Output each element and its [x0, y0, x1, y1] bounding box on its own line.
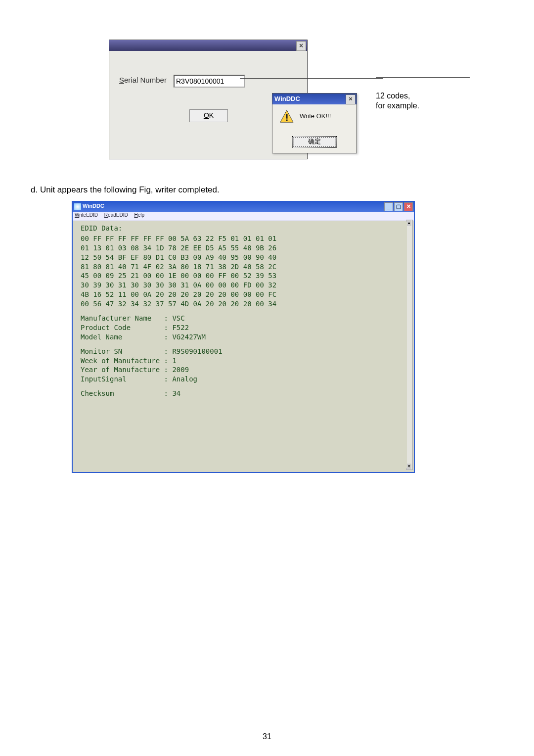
menubar: WriteEDID ReadEDID Help	[73, 212, 414, 221]
paragraph-d: d. Unit appears the following Fig, write…	[31, 185, 220, 195]
info-row: Week of Manufacture : 1	[81, 356, 407, 366]
callout-divider	[376, 77, 470, 78]
edid-row: 01 13 01 03 08 34 1D 78 2E EE D5 A5 55 4…	[81, 243, 407, 253]
menu-readedid[interactable]: ReadEDID	[104, 212, 128, 218]
msgbox-title: WinDDC ×	[272, 94, 356, 104]
menu-help[interactable]: Help	[134, 212, 144, 218]
leader-line	[240, 78, 383, 79]
serial-label: Serial Number	[119, 76, 167, 84]
close-icon[interactable]: ×	[346, 94, 356, 104]
menu-writeedid[interactable]: WriteEDID	[75, 212, 98, 218]
info-row: InputSignal : Analog	[81, 375, 407, 384]
info-row: Year of Manufacture : 2009	[81, 365, 407, 375]
edid-row: 00 56 47 32 34 32 37 57 4D 0A 20 20 20 2…	[81, 299, 407, 309]
svg-rect-2	[286, 120, 287, 121]
edid-row: 30 39 30 31 30 30 30 30 31 0A 00 00 00 F…	[81, 281, 407, 290]
maximize-icon[interactable]: ▢	[394, 202, 403, 211]
edid-header: EDID Data:	[81, 224, 407, 233]
info-row: Manufacturer Name : VSC	[81, 314, 407, 323]
minimize-icon[interactable]: _	[384, 202, 393, 211]
callout-12-codes: 12 codes, for example.	[376, 91, 455, 111]
scrollbar[interactable]: ▴ ▾	[406, 220, 413, 470]
winddc-window: WinDDC _ ▢ ✕ WriteEDID ReadEDID Help ▴ ▾…	[72, 201, 415, 473]
msgbox-title-text: WinDDC	[274, 95, 300, 102]
edid-row: 81 80 81 40 71 4F 02 3A 80 18 71 38 2D 4…	[81, 262, 407, 272]
scroll-up-icon[interactable]: ▴	[406, 220, 411, 226]
app-icon	[74, 203, 81, 210]
edid-row: 00 FF FF FF FF FF FF 00 5A 63 22 F5 01 0…	[81, 234, 407, 243]
scroll-down-icon[interactable]: ▾	[406, 464, 411, 470]
info-row: Product Code : F522	[81, 323, 407, 332]
info-row: Checksum : 34	[81, 389, 407, 398]
window-buttons: _ ▢ ✕	[384, 202, 413, 211]
edid-row: 12 50 54 BF EF 80 D1 C0 B3 00 A9 40 95 0…	[81, 253, 407, 262]
edid-content: EDID Data: 00 FF FF FF FF FF FF 00 5A 63…	[78, 222, 407, 468]
ok-button[interactable]: OK	[189, 109, 228, 122]
close-icon[interactable]: ×	[296, 41, 306, 51]
callout-text: 12 codes, for example.	[376, 92, 419, 110]
winddc-titlebar: WinDDC _ ▢ ✕	[73, 202, 414, 212]
edid-info: Manufacturer Name : VSC Product Code : F…	[81, 314, 407, 398]
edid-row: 45 00 09 25 21 00 00 1E 00 00 00 FF 00 5…	[81, 271, 407, 281]
msgbox-ok-button[interactable]: 确定	[292, 136, 337, 148]
info-row: Model Name : VG2427WM	[81, 332, 407, 342]
winddc-title: WinDDC	[83, 203, 104, 209]
warning-icon	[279, 109, 294, 123]
msgbox-message: Write OK!!!	[300, 112, 331, 120]
write-ok-msgbox: WinDDC × Write OK!!! 确定	[272, 93, 357, 153]
serial-input[interactable]	[174, 75, 245, 88]
edid-row: 4B 16 52 11 00 0A 20 20 20 20 20 20 00 0…	[81, 290, 407, 299]
svg-rect-1	[286, 114, 287, 118]
page-number: 31	[0, 732, 534, 741]
close-icon[interactable]: ✕	[404, 202, 413, 211]
info-row: Monitor SN : R9S090100001	[81, 347, 407, 356]
serial-dialog-titlebar: ×	[109, 40, 307, 51]
